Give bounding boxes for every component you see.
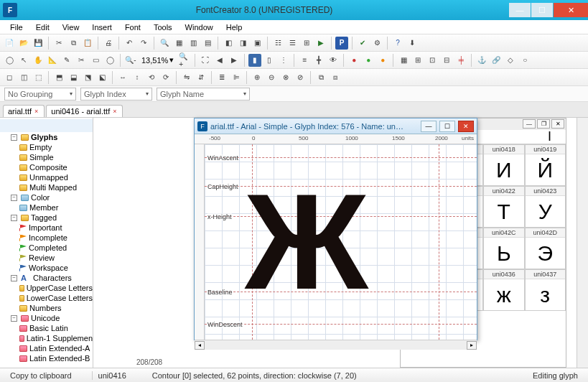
editor-max-button[interactable]: ☐ (439, 121, 455, 132)
menu-view[interactable]: View (57, 22, 85, 33)
tree-item[interactable]: Latin Extended-B (17, 353, 93, 363)
toolbar-btn[interactable]: ▦ (172, 37, 185, 50)
menu-file[interactable]: File (4, 22, 29, 33)
install-icon[interactable]: ⬇ (406, 37, 419, 50)
glyph-cell[interactable]: uni042DЭ (525, 228, 566, 269)
minimize-button[interactable]: — (509, 3, 531, 17)
cut-icon[interactable]: ✂ (52, 37, 65, 50)
tree-item[interactable]: Incomplete (17, 233, 93, 243)
fit-icon[interactable]: ⛶ (199, 54, 212, 67)
glyph-cell[interactable]: uni0418И (483, 144, 525, 186)
node-icon[interactable]: ◇ (504, 54, 517, 67)
tree-color[interactable]: −Color (9, 192, 93, 202)
editor-min-button[interactable]: — (421, 121, 437, 132)
toolbar-btn[interactable]: ▤ (201, 37, 214, 50)
t-btn[interactable]: ⬒ (52, 71, 65, 84)
t-btn[interactable]: ↔ (116, 71, 129, 84)
tree-item[interactable]: Unmapped (17, 172, 93, 182)
rotate-icon[interactable]: ⟲ (145, 71, 158, 84)
toolbar-btn[interactable]: ◧ (222, 37, 235, 50)
flip-h-icon[interactable]: ⇋ (180, 71, 193, 84)
tree-item[interactable]: Numbers (17, 303, 93, 313)
tree-item[interactable]: Composite (17, 162, 93, 172)
tree-item[interactable]: UpperCase Letters (17, 283, 93, 293)
glyph-cell[interactable]: uni0422Т (483, 186, 525, 228)
glyph-cell[interactable]: uni0419Й (525, 144, 566, 186)
color-icon[interactable]: ● (362, 54, 375, 67)
union-icon[interactable]: ⊕ (251, 71, 263, 84)
snap-icon[interactable]: ⊞ (411, 54, 424, 67)
zoom-in-icon[interactable]: 🔍+ (178, 54, 191, 67)
glyph-cell[interactable]: uni0437з (525, 269, 566, 311)
gear-icon[interactable]: ⚙ (370, 37, 383, 50)
tab-uni0416[interactable]: uni0416 - arial.ttf × (46, 105, 123, 117)
editor-close-button[interactable]: ✕ (458, 121, 474, 132)
pointer-icon[interactable]: ↖ (17, 54, 30, 67)
mdi-close-icon[interactable]: ✕ (551, 119, 564, 129)
snap-icon[interactable]: ⊡ (426, 54, 439, 67)
tree-item[interactable]: Basic Latin (17, 323, 93, 333)
exclude-icon[interactable]: ⊘ (294, 71, 307, 84)
tree-tagged[interactable]: −Tagged (9, 213, 93, 223)
guideline-icon[interactable]: ╪ (454, 54, 467, 67)
glyph-canvas[interactable]: WinAscent CapHeight x-Height Baseline Wi… (195, 144, 477, 340)
menu-window[interactable]: Window (179, 22, 219, 33)
toolbar-btn[interactable]: ☰ (286, 37, 299, 50)
prev-icon[interactable]: ◀ (213, 54, 226, 67)
menu-font[interactable]: Font (119, 22, 146, 33)
flip-v-icon[interactable]: ⇵ (195, 71, 207, 84)
open-icon[interactable]: 📂 (17, 37, 30, 50)
contour-icon[interactable]: ◯ (3, 54, 16, 67)
paste-icon[interactable]: 📋 (81, 37, 94, 50)
knife-icon[interactable]: ✂ (75, 54, 88, 67)
t-btn[interactable]: ⬚ (32, 71, 45, 84)
scroll-right-icon[interactable]: ▸ (467, 341, 477, 350)
subtract-icon[interactable]: ⊖ (265, 71, 278, 84)
glyph-cell[interactable]: uni042CЬ (483, 228, 525, 269)
toolbar-btn[interactable]: ☷ (271, 37, 284, 50)
points-icon[interactable]: ⋮ (277, 54, 290, 67)
glyph-contour[interactable]: Ж (245, 173, 368, 309)
t-btn[interactable]: ↕ (131, 71, 144, 84)
index-combo[interactable]: Glyph Index (80, 88, 152, 101)
close-button[interactable]: ✕ (554, 3, 588, 17)
grouping-combo[interactable]: No Grouping (4, 88, 76, 101)
save-icon[interactable]: 💾 (32, 37, 45, 50)
metrics-icon[interactable]: ≡ (298, 54, 311, 67)
tree-item[interactable]: Important (17, 223, 93, 233)
new-icon[interactable]: 📄 (3, 37, 16, 50)
tab-close-icon[interactable]: × (34, 108, 38, 115)
toolbar-btn[interactable]: ◨ (236, 37, 249, 50)
copy-icon[interactable]: ⧉ (67, 37, 80, 50)
intersect-icon[interactable]: ⊗ (279, 71, 292, 84)
grid-icon[interactable]: ▦ (397, 54, 410, 67)
next-icon[interactable]: ▶ (228, 54, 241, 67)
rotate-icon[interactable]: ⟳ (159, 71, 172, 84)
menu-tools[interactable]: Tools (148, 22, 178, 33)
tree-item[interactable]: Review (17, 253, 93, 263)
align-icon[interactable]: ≣ (215, 71, 228, 84)
tree-item[interactable]: Latin Extended-A (17, 343, 93, 353)
t-btn[interactable]: ⬕ (95, 71, 108, 84)
t-btn[interactable]: ⬔ (81, 71, 94, 84)
undo-icon[interactable]: ↶ (123, 37, 136, 50)
tab-arial[interactable]: arial.ttf × (3, 105, 45, 117)
hand-icon[interactable]: ✋ (32, 54, 45, 67)
color-icon[interactable]: ● (347, 54, 360, 67)
guides-icon[interactable]: ╋ (312, 54, 325, 67)
tree-glyphs[interactable]: −Glyphs (9, 132, 93, 142)
fill-icon[interactable]: ▮ (248, 54, 261, 67)
anchor-icon[interactable]: ⚓ (475, 54, 488, 67)
search-icon[interactable]: 🔍 (158, 37, 171, 50)
print-icon[interactable]: 🖨 (102, 37, 115, 50)
tree-item[interactable]: Simple (17, 152, 93, 162)
glyph-cell[interactable]: uni0436ж (483, 269, 525, 311)
color-icon[interactable]: ● (376, 54, 389, 67)
node-icon[interactable]: ○ (518, 54, 531, 67)
snap-icon[interactable]: ⊟ (440, 54, 453, 67)
tree-item[interactable]: Latin-1 Supplemen (17, 333, 93, 343)
scroll-left-icon[interactable]: ◂ (195, 341, 205, 350)
tab-close-icon[interactable]: × (113, 108, 116, 115)
mdi-restore-icon[interactable]: ❐ (537, 119, 550, 129)
check-icon[interactable]: ✔ (356, 37, 369, 50)
